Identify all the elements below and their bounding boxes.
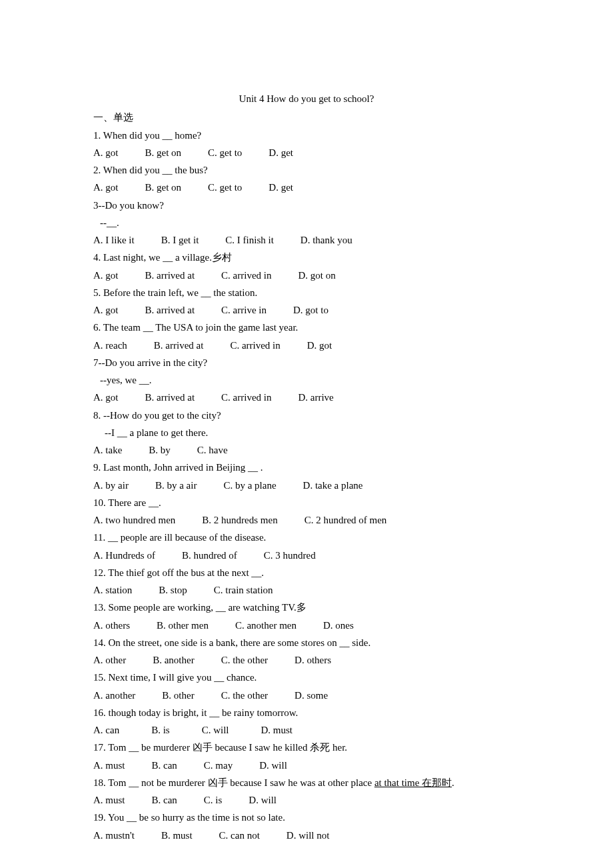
- option: A. got: [93, 267, 119, 284]
- option: A. another: [93, 687, 135, 704]
- option: C. get to: [208, 179, 242, 196]
- option: D. some: [295, 687, 328, 704]
- option: A. by air: [93, 477, 129, 494]
- option: B. by: [149, 441, 171, 459]
- option: D. got to: [293, 301, 328, 319]
- option: B. stop: [159, 581, 187, 599]
- question-options: A. two hundred menB. 2 hundreds menC. 2 …: [93, 511, 520, 529]
- option: C. can not: [219, 827, 260, 844]
- option: B. hundred of: [182, 547, 237, 564]
- option: C. 2 hundred of men: [305, 511, 387, 529]
- question-prompt: 13. Some people are working, __ are watc…: [93, 599, 520, 616]
- option: A. can: [93, 721, 119, 739]
- option: C. arrived in: [221, 389, 271, 406]
- question-subprompt: --yes, we __.: [93, 371, 520, 389]
- question-prompt: 6. The team __ The USA to join the game …: [93, 319, 520, 336]
- option: C. the other: [221, 651, 268, 669]
- question-prompt: 15. Next time, I will give you __ chance…: [93, 669, 520, 686]
- option: A. take: [93, 441, 122, 459]
- question-list: 1. When did you __ home?A. gotB. get onC…: [93, 127, 520, 844]
- option: D. get: [269, 179, 293, 196]
- option: D. will not: [287, 827, 330, 844]
- option: C. another men: [235, 617, 297, 634]
- question-prompt: 5. Before the train left, we __ the stat…: [93, 284, 520, 301]
- option: A. Hundreds of: [93, 547, 155, 564]
- question-options: A. gotB. arrived atC. arrived inD. got o…: [93, 267, 520, 284]
- question-prompt: 17. Tom __ be murderer 凶手 because I saw …: [93, 739, 520, 756]
- option: A. got: [93, 144, 119, 161]
- option: A. got: [93, 301, 119, 319]
- option: C. have: [197, 441, 228, 459]
- option: D. take a plane: [303, 477, 363, 494]
- question-prompt: 14. On the street, one side is a bank, t…: [93, 634, 520, 651]
- option: A. got: [93, 179, 119, 196]
- option: D. got: [307, 337, 332, 354]
- option: C. the other: [221, 687, 268, 704]
- option: B. by a air: [155, 477, 197, 494]
- option: B. arrived at: [145, 301, 195, 319]
- question-prompt: 10. There are __.: [93, 494, 520, 511]
- option: C. get to: [208, 144, 242, 161]
- question-prompt: 9. Last month, John arrived in Beijing _…: [93, 459, 520, 476]
- option: D. must: [261, 721, 293, 739]
- option: C. may: [204, 757, 233, 774]
- question-options: A. anotherB. otherC. the otherD. some: [93, 687, 520, 704]
- option: B. arrived at: [154, 337, 204, 354]
- option: A. reach: [93, 337, 127, 354]
- option: B. I get it: [161, 231, 199, 249]
- option: C. 3 hundred: [264, 547, 316, 564]
- option: C. train station: [214, 581, 273, 599]
- option: B. other: [162, 687, 194, 704]
- option: D. will: [259, 757, 287, 774]
- question-options: A. Hundreds ofB. hundred ofC. 3 hundred: [93, 547, 520, 564]
- question-prompt: 11. __ people are ill because of the dis…: [93, 529, 520, 546]
- option: A. other: [93, 651, 126, 669]
- option: A. two hundred men: [93, 511, 175, 529]
- option: C. by a plane: [223, 477, 276, 494]
- option: D. got on: [298, 267, 335, 284]
- question-options: A. gotB. get onC. get toD. get: [93, 179, 520, 196]
- question-subprompt: --__.: [93, 214, 520, 231]
- option: D. will: [249, 791, 277, 809]
- question-prompt: 16. though today is bright, it __ be rai…: [93, 704, 520, 721]
- question-prompt: 4. Last night, we __ a village.乡村: [93, 249, 520, 266]
- option: C. arrive in: [221, 301, 267, 319]
- question-options: A. I like itB. I get itC. I finish itD. …: [93, 231, 520, 249]
- option: B. arrived at: [145, 389, 195, 406]
- option: B. can: [152, 791, 177, 809]
- option: D. others: [295, 651, 331, 669]
- option: A. must: [93, 757, 125, 774]
- question-options: A. canB. isC. willD. must: [93, 721, 520, 739]
- question-options: A. otherB. anotherC. the otherD. others: [93, 651, 520, 669]
- option: B. must: [161, 827, 193, 844]
- option: A. mustn't: [93, 827, 135, 844]
- question-subprompt: --I __ a plane to get there.: [93, 424, 520, 441]
- question-options: A. mustn'tB. mustC. can notD. will not: [93, 827, 520, 844]
- question-prompt: 19. You __ be so hurry as the time is no…: [93, 809, 520, 826]
- question-options: A. reachB. arrived atC. arrived inD. got: [93, 337, 520, 354]
- option: A. others: [93, 617, 130, 634]
- question-options: A. othersB. other menC. another menD. on…: [93, 617, 520, 634]
- option: B. other men: [157, 617, 209, 634]
- question-prompt: 18. Tom __ not be murderer 凶手 because I …: [93, 774, 520, 791]
- option: A. got: [93, 389, 119, 406]
- option: D. thank you: [301, 231, 352, 249]
- page-title: Unit 4 How do you get to school?: [93, 90, 520, 107]
- question-options: A. gotB. arrived atC. arrived inD. arriv…: [93, 389, 520, 406]
- option: B. is: [151, 721, 170, 739]
- option: B. 2 hundreds men: [202, 511, 277, 529]
- option: D. get: [269, 144, 293, 161]
- option: C. is: [204, 791, 223, 809]
- option: A. must: [93, 791, 125, 809]
- question-prompt: 2. When did you __ the bus?: [93, 161, 520, 179]
- question-options: A. takeB. byC. have: [93, 441, 520, 459]
- option: A. I like it: [93, 231, 135, 249]
- option: B. another: [153, 651, 194, 669]
- option: D. arrive: [298, 389, 333, 406]
- option: B. get on: [145, 144, 182, 161]
- option: C. I finish it: [225, 231, 274, 249]
- option: C. arrived in: [230, 337, 280, 354]
- option: C. arrived in: [221, 267, 271, 284]
- option: B. get on: [145, 179, 182, 196]
- question-prompt: 8. --How do you get to the city?: [93, 407, 520, 424]
